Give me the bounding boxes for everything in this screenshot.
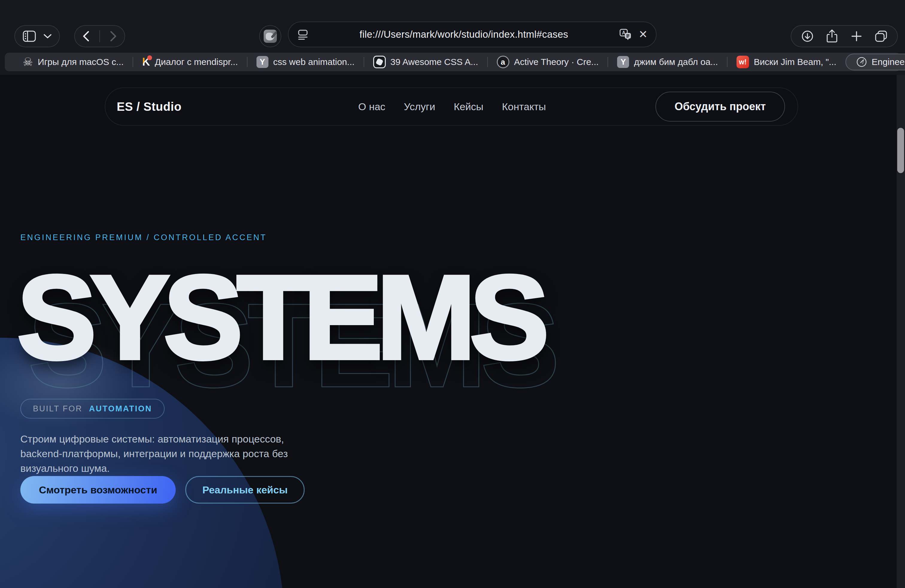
share-icon[interactable] <box>824 29 840 43</box>
download-icon[interactable] <box>799 30 816 43</box>
bookmark-label: Игры для macOS с... <box>38 57 124 67</box>
paragraph-line: backend-платформы, интеграции и поддержк… <box>21 447 288 461</box>
bookmark-label: Виски Jim Beam, "... <box>754 57 837 67</box>
translate-icon[interactable]: A <box>619 29 632 40</box>
bookmark-item[interactable]: Y джим бим дабл оа... <box>608 56 727 68</box>
y-logo-icon: Y <box>256 56 268 68</box>
close-icon[interactable]: ✕ <box>639 29 648 40</box>
hero-badge: BUILT FOR AUTOMATION <box>21 399 165 418</box>
sidebar-controls <box>14 25 60 47</box>
hero-eyebrow: ENGINEERING PREMIUM / CONTROLLED ACCENT <box>21 233 267 242</box>
hero-actions: Смотреть возможности Реальные кейсы <box>21 476 305 504</box>
bookmark-item[interactable]: w! Виски Jim Beam, "... <box>727 56 845 68</box>
forward-icon[interactable] <box>110 31 117 41</box>
bookmark-item[interactable]: Y css web animation... <box>248 56 364 68</box>
nav-link-contacts[interactable]: Контакты <box>502 101 546 113</box>
bookmark-label: джим бим дабл оа... <box>634 57 718 67</box>
scrollbar-track[interactable] <box>897 75 905 588</box>
bookmark-label: Диалог с mendispr... <box>155 57 238 67</box>
paragraph-line: Строим цифровые системы: автоматизация п… <box>21 432 288 447</box>
window-actions <box>791 25 898 47</box>
bookmark-item[interactable]: a Active Theory · Cre... <box>488 56 608 68</box>
skull-icon: ☠ <box>23 56 33 68</box>
browser-toolbar: file:///Users/mark/work/studio/index.htm… <box>0 0 905 50</box>
site-nav: О нас Услуги Кейсы Контакты <box>358 101 546 113</box>
hero-title: SYSTEMS SYSTEMS <box>17 257 543 377</box>
badge-accent: AUTOMATION <box>89 404 152 413</box>
bookmark-item[interactable]: 39 Awesome CSS A... <box>364 56 487 68</box>
nav-link-services[interactable]: Услуги <box>404 101 435 113</box>
favorites-band: ☠ Игры для macOS с... K Диалог с mendisp… <box>5 53 900 71</box>
address-bar[interactable]: file:///Users/mark/work/studio/index.htm… <box>288 22 657 47</box>
browser-window: file:///Users/mark/work/studio/index.htm… <box>0 0 905 588</box>
extension-button[interactable] <box>259 25 281 47</box>
hero-title-text: SYSTEMS <box>17 250 543 384</box>
nav-link-cases[interactable]: Кейсы <box>454 101 483 113</box>
favorites-bar: ☠ Игры для macOS с... K Диалог с mendisp… <box>0 50 905 75</box>
bookmark-item[interactable]: K Диалог с mendispr... <box>133 57 247 67</box>
divider <box>99 30 100 42</box>
y-logo-icon: Y <box>617 56 629 68</box>
url-text[interactable]: file:///Users/mark/work/studio/index.htm… <box>309 29 619 40</box>
webpage-viewport: ES / Studio О нас Услуги Кейсы Контакты … <box>0 75 905 588</box>
css-swirl-icon <box>373 56 386 68</box>
active-tab[interactable]: Engineering Systems... <box>845 54 905 70</box>
real-cases-button[interactable]: Реальные кейсы <box>185 476 305 504</box>
bookmark-label: Active Theory · Cre... <box>514 57 599 67</box>
new-tab-icon[interactable] <box>848 30 865 42</box>
tab-overview-icon[interactable] <box>873 30 889 43</box>
active-theory-icon: a <box>497 56 510 68</box>
k-logo-icon: K <box>142 57 150 67</box>
nav-link-about[interactable]: О нас <box>358 101 386 113</box>
history-controls <box>74 25 125 47</box>
back-icon[interactable] <box>83 31 89 41</box>
sidebar-toggle-icon[interactable] <box>23 30 36 42</box>
discuss-project-button[interactable]: Обсудить проект <box>656 92 785 122</box>
site-logo: ES / Studio <box>117 100 182 113</box>
active-tab-label: Engineering Systems... <box>872 57 905 67</box>
site-header: ES / Studio О нас Услуги Кейсы Контакты … <box>105 87 798 126</box>
badge-prefix: BUILT FOR <box>33 404 83 413</box>
chevron-down-icon[interactable] <box>44 34 51 39</box>
paragraph-line: визуального шума. <box>21 461 288 476</box>
extension-icon <box>264 30 277 43</box>
page-format-icon[interactable] <box>297 29 309 40</box>
bookmark-label: css web animation... <box>273 57 355 67</box>
bookmark-label: 39 Awesome CSS A... <box>391 57 478 67</box>
hero-paragraph: Строим цифровые системы: автоматизация п… <box>21 432 288 476</box>
bookmark-item[interactable]: ☠ Игры для macOS с... <box>14 56 133 68</box>
compass-icon <box>856 57 867 67</box>
wildberries-icon: w! <box>737 56 749 68</box>
scrollbar-thumb[interactable] <box>897 128 904 173</box>
see-capabilities-button[interactable]: Смотреть возможности <box>21 476 176 504</box>
